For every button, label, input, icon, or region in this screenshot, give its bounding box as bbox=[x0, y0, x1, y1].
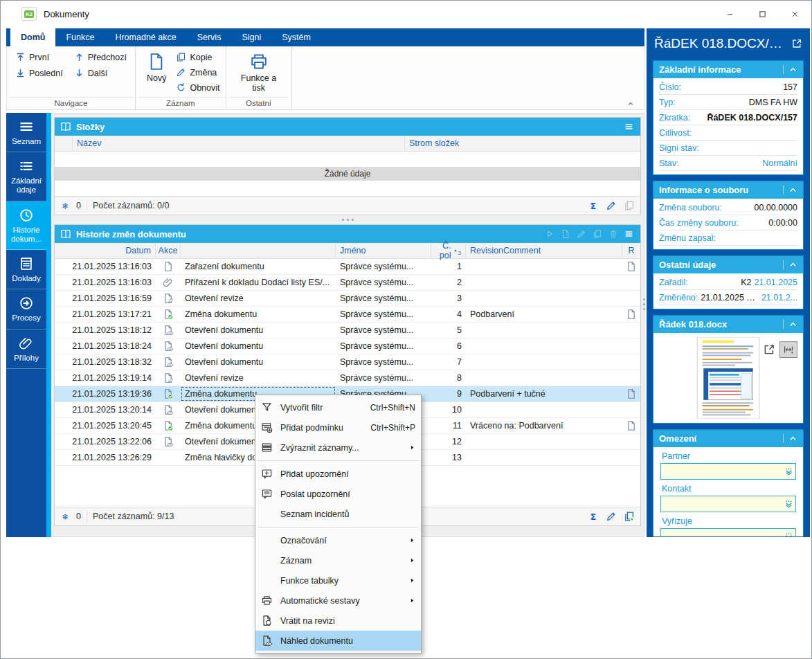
ribbon-button-obnovit[interactable]: Obnovit bbox=[176, 82, 219, 93]
table-row[interactable]: 21.01.2025 13:16:03Přiřazení k dokladu D… bbox=[55, 275, 640, 291]
menu-item-nahled-dokumentu[interactable]: Náhled dokumentu bbox=[255, 631, 421, 651]
table-row[interactable]: 21.01.2025 13:18:24Otevření dokumentuSpr… bbox=[55, 338, 640, 354]
menu-item-vytvorit-filtr[interactable]: Vytvořit filtrCtrl+Shift+N bbox=[255, 397, 421, 417]
sum-icon[interactable]: Σ bbox=[588, 200, 599, 211]
cell-comment bbox=[466, 354, 622, 370]
cell-revision-doc bbox=[622, 354, 640, 370]
ribbon-button-posledni[interactable]: Poslední bbox=[15, 68, 63, 78]
menu-item-seznam-incidentu[interactable]: Seznam incidentů bbox=[255, 504, 421, 524]
menu-item-pridat-upozorneni[interactable]: Přidat upozornění bbox=[255, 464, 421, 484]
menu-item-poslat-upozorneni[interactable]: Poslat upozornění bbox=[255, 484, 421, 504]
sidebar-item-zakladni-udaje[interactable]: Základní údaje bbox=[6, 152, 46, 201]
sidebar-item-prilohy[interactable]: Přílohy bbox=[6, 330, 46, 369]
cell-name: Správce systému... bbox=[336, 354, 431, 370]
ribbon-button-kopie[interactable]: Kopie bbox=[176, 52, 219, 62]
table-row[interactable]: 21.01.2025 13:16:59Otevření revizeSprávc… bbox=[55, 291, 640, 307]
ribbon-button-prvni[interactable]: První bbox=[15, 52, 63, 62]
cell-datum: 21.01.2025 13:17:21 bbox=[55, 307, 156, 322]
sidebar-item-seznam[interactable]: Seznam bbox=[6, 113, 46, 152]
table-row[interactable]: 21.01.2025 13:18:32Otevření dokumentuSpr… bbox=[55, 354, 640, 370]
collapse-section-icon[interactable] bbox=[783, 320, 797, 329]
novy-button[interactable]: Nový bbox=[141, 51, 172, 84]
ribbon-button-zmena[interactable]: Změna bbox=[176, 67, 219, 78]
snowflake-icon[interactable]: ❄ bbox=[60, 512, 71, 522]
column-description[interactable] bbox=[181, 243, 336, 258]
ribbon-button-predchozi[interactable]: Předchozí bbox=[74, 52, 127, 62]
popout-icon[interactable] bbox=[791, 38, 802, 49]
field-input-partner[interactable] bbox=[660, 463, 796, 480]
open-preview-icon[interactable] bbox=[763, 343, 775, 356]
panel-toolbar bbox=[545, 229, 618, 239]
menu-item-zaznam[interactable]: Záznam bbox=[255, 550, 421, 570]
copy-record-icon[interactable] bbox=[593, 229, 602, 239]
ribbon-button-dalsi[interactable]: Další bbox=[74, 68, 127, 78]
field-label: Vyřizuje bbox=[662, 516, 795, 526]
panel-menu-icon[interactable] bbox=[623, 229, 635, 239]
sidebar-item-procesy[interactable]: Procesy bbox=[6, 289, 46, 329]
table-row[interactable]: 21.01.2025 13:18:12Otevření dokumentuSpr… bbox=[55, 323, 640, 338]
cell-revision-doc bbox=[622, 275, 640, 290]
document-preview-thumbnail[interactable] bbox=[696, 337, 760, 419]
field-input-vyrizuje[interactable] bbox=[660, 528, 796, 537]
column-akce[interactable]: Akce bbox=[156, 243, 181, 258]
column-c-pol[interactable]: Č. pol 3 bbox=[431, 243, 466, 258]
edit-icon[interactable] bbox=[606, 511, 617, 522]
collapse-section-icon[interactable] bbox=[783, 186, 797, 195]
delete-record-icon[interactable] bbox=[608, 229, 618, 239]
field-input-kontakt[interactable] bbox=[660, 496, 796, 512]
tab-domu[interactable]: Domů bbox=[10, 28, 55, 46]
menu-item-oznacovani[interactable]: Označování bbox=[255, 530, 421, 550]
collapse-section-icon[interactable] bbox=[783, 65, 797, 74]
cell-action: Zařazení dokumentu bbox=[181, 259, 336, 274]
submenu-arrow-icon bbox=[409, 444, 415, 451]
menu-item-zvyraznit-zaznamy[interactable]: Zvýraznit záznamy... bbox=[255, 437, 421, 458]
edit-record-icon[interactable] bbox=[577, 229, 586, 239]
funkce-a-tisk-button[interactable]: Funkce a tisk bbox=[232, 51, 286, 95]
table-row[interactable]: 21.01.2025 13:19:14Otevření revizeSprávc… bbox=[55, 370, 640, 386]
table-row[interactable]: 21.01.2025 13:17:21Změna dokumentuSprávc… bbox=[55, 307, 640, 323]
menu-item-vratit-na-revizi[interactable]: Vrátit na revizi bbox=[255, 611, 421, 631]
column-strom-slozek[interactable]: Strom složek bbox=[405, 136, 640, 151]
snowflake-icon[interactable]: ❄ bbox=[60, 201, 71, 211]
tab-servis[interactable]: Servis bbox=[187, 28, 232, 46]
tab-hromadne-akce[interactable]: Hromadné akce bbox=[105, 28, 186, 46]
combo-icon bbox=[784, 467, 794, 477]
play-icon[interactable] bbox=[545, 229, 554, 239]
sort-asc-icon bbox=[453, 248, 458, 253]
menu-item-pridat-podminku[interactable]: Přidat podmínkuCtrl+Shift+P bbox=[255, 417, 421, 437]
menu-item-funkce-tabulky[interactable]: Funkce tabulky bbox=[255, 570, 421, 590]
table-row[interactable]: 21.01.2025 13:16:03Zařazení dokumentuSpr… bbox=[55, 259, 640, 275]
cell-number: 4 bbox=[431, 307, 466, 322]
collapse-ribbon-button[interactable] bbox=[626, 98, 635, 107]
column-datum[interactable]: Datum bbox=[55, 243, 156, 258]
panel-menu-icon[interactable] bbox=[623, 122, 635, 132]
column-nazev[interactable]: Název bbox=[73, 136, 405, 151]
column-jmeno[interactable]: Jméno bbox=[336, 243, 431, 258]
collapse-section-icon[interactable] bbox=[783, 260, 797, 269]
fit-width-button[interactable] bbox=[779, 341, 797, 358]
tab-signi[interactable]: Signi bbox=[231, 28, 271, 46]
sum-icon[interactable]: Σ bbox=[588, 511, 599, 522]
window-title: Dokumenty bbox=[44, 9, 89, 19]
column-r[interactable]: R bbox=[622, 243, 640, 258]
column-revisioncomment[interactable]: RevisionComment bbox=[466, 243, 622, 258]
tab-funkce[interactable]: Funkce bbox=[55, 28, 105, 46]
horizontal-splitter[interactable] bbox=[54, 215, 641, 224]
panel-splitter-handle[interactable] bbox=[643, 298, 645, 310]
collapse-section-icon[interactable] bbox=[783, 434, 797, 443]
menu-item-automaticke-sestavy[interactable]: Automatické sestavy bbox=[255, 590, 421, 611]
tab-system[interactable]: Systém bbox=[271, 28, 321, 46]
cell-comment: Podbarvení bbox=[466, 307, 622, 322]
maximize-button[interactable] bbox=[746, 1, 779, 27]
minimize-button[interactable] bbox=[714, 1, 746, 27]
copy-record-icon[interactable] bbox=[624, 200, 635, 211]
close-button[interactable] bbox=[779, 1, 811, 27]
sidebar-item-doklady[interactable]: Doklady bbox=[6, 250, 46, 289]
doc-table-icon bbox=[19, 256, 34, 271]
button-label: Poslední bbox=[29, 69, 63, 78]
new-record-icon[interactable] bbox=[561, 229, 570, 239]
edit-icon[interactable] bbox=[606, 200, 617, 211]
button-label: Funkce a tisk bbox=[237, 73, 280, 93]
copy-plus-icon[interactable] bbox=[624, 511, 635, 522]
sidebar-item-historie-dokum[interactable]: Historie dokum... bbox=[6, 201, 46, 250]
